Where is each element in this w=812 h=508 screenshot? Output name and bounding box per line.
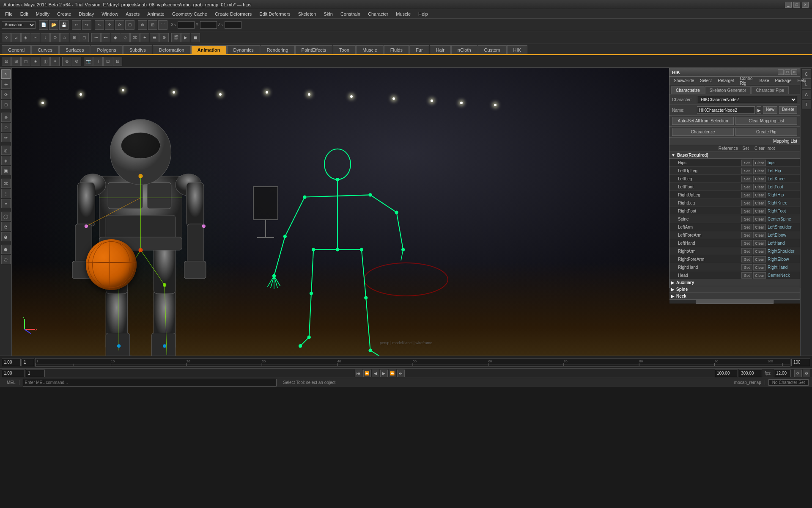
cam-persp[interactable]: 📷 (84, 57, 93, 66)
bone-set-spine[interactable]: Set (741, 216, 752, 222)
anim-8[interactable]: ⚙ (159, 33, 169, 42)
cluster[interactable]: ▣ (1, 166, 11, 175)
move-icon[interactable]: ✛ (105, 20, 114, 30)
bone-clear-rightforearm[interactable]: Clear (753, 256, 766, 262)
command-line-input[interactable] (23, 379, 277, 387)
show-manip[interactable]: ⊕ (1, 113, 11, 122)
tool-3[interactable]: ◈ (21, 33, 30, 42)
menu-edit[interactable]: Edit (17, 11, 32, 17)
menu-help[interactable]: Help (415, 11, 431, 17)
render-3[interactable]: ◼ (191, 33, 200, 42)
current-frame-input[interactable] (22, 359, 34, 366)
go-to-end-button[interactable]: ⏭ (397, 370, 405, 377)
bone-clear-rightupleg[interactable]: Clear (753, 192, 766, 198)
tab-polygons[interactable]: Polygons (91, 45, 122, 54)
bone-clear-righthand[interactable]: Clear (753, 264, 766, 271)
tab-rendering[interactable]: Rendering (261, 45, 295, 54)
snap-point-icon[interactable]: ⊕ (138, 20, 147, 30)
tool-7[interactable]: ⌂ (60, 33, 69, 42)
sculpt[interactable]: ◈ (1, 156, 11, 165)
bone-set-leftleg[interactable]: Set (741, 176, 752, 182)
bone-set-leftfoot[interactable]: Set (741, 184, 752, 190)
minimize-button[interactable]: _ (785, 2, 792, 8)
redo-icon[interactable]: ↪ (82, 20, 91, 30)
timeline-end-input[interactable] (791, 359, 810, 366)
hik-menu-help[interactable]: Help (795, 77, 809, 84)
hik-create-rig-button[interactable]: Create Rig (735, 128, 797, 136)
hik-tab-characterize[interactable]: Characterize (671, 86, 705, 94)
anim-1[interactable]: ⊸ (91, 33, 101, 42)
bone-clear-leftupleg[interactable]: Clear (753, 168, 766, 174)
soft-mod[interactable]: ◎ (1, 146, 11, 155)
hik-name-input[interactable] (697, 106, 755, 114)
bone-set-head[interactable]: Set (741, 272, 752, 279)
joint-tool[interactable]: ⋮ (1, 189, 11, 198)
bone-set-rightupleg[interactable]: Set (741, 192, 752, 198)
anim-6[interactable]: ✦ (140, 33, 149, 42)
hik-tab-char-pipe[interactable]: Character Pipe (751, 86, 789, 94)
menu-character[interactable]: Character (365, 11, 392, 17)
rotate-icon[interactable]: ⟳ (115, 20, 124, 30)
hik-menu-controlrig[interactable]: Control Rig (738, 75, 756, 86)
tab-dynamics[interactable]: Dynamics (227, 45, 260, 54)
rotate-tool[interactable]: ⟳ (1, 90, 11, 99)
anim-4[interactable]: ◇ (121, 33, 130, 42)
bone-set-leftforearm[interactable]: Set (741, 232, 752, 238)
hik-scrollbar-thumb-h[interactable] (696, 300, 774, 304)
menu-modify[interactable]: Modify (33, 11, 53, 17)
y-input[interactable] (200, 21, 217, 29)
tab-animation[interactable]: Animation (191, 45, 227, 54)
menu-animate[interactable]: Animate (144, 11, 167, 17)
select-icon[interactable]: ↖ (95, 20, 104, 30)
frame-display[interactable] (26, 370, 45, 377)
view-panels[interactable]: ⊞ (11, 57, 21, 66)
fps-input[interactable] (774, 370, 791, 377)
tool-8[interactable]: ⊞ (70, 33, 79, 42)
bone-clear-rightarm[interactable]: Clear (753, 248, 766, 254)
menu-createdef[interactable]: Create Deformers (211, 11, 255, 17)
section-base-required[interactable]: ▼ Base(Required) (669, 152, 800, 159)
close-button[interactable]: ✕ (802, 2, 809, 8)
menu-file[interactable]: File (2, 11, 16, 17)
hik-menu-showhide[interactable]: Show/Hide (671, 77, 697, 84)
tab-subdivs[interactable]: Subdivs (123, 45, 152, 54)
section-neck[interactable]: ▶ Neck (669, 293, 800, 299)
bone-clear-leftfoot[interactable]: Clear (753, 184, 766, 190)
hik-close[interactable]: ✕ (791, 69, 797, 75)
view-tex[interactable]: ◫ (41, 57, 50, 66)
scale-icon[interactable]: ⊡ (125, 20, 134, 30)
cam-top[interactable]: ⊤ (93, 57, 103, 66)
hik-maximize[interactable]: □ (785, 69, 790, 75)
menu-muscle[interactable]: Muscle (392, 11, 414, 17)
hik-delete-button[interactable]: Delete (779, 106, 797, 114)
bone-set-rightarm[interactable]: Set (741, 248, 752, 254)
attr-editor-toggle[interactable]: A (802, 90, 811, 99)
bone-set-rightfoot[interactable]: Set (741, 208, 752, 214)
menu-assets[interactable]: Assets (122, 11, 143, 17)
mode-dropdown[interactable]: Animation (2, 21, 36, 29)
view-wire[interactable]: ◻ (21, 57, 30, 66)
tab-toon[interactable]: Toon (333, 45, 356, 54)
hik-auto-set-button[interactable]: Auto-Set All from Selection (672, 117, 734, 125)
view-smooth[interactable]: ◈ (31, 57, 40, 66)
save-icon[interactable]: 💾 (59, 20, 69, 30)
tool-2[interactable]: ⊿ (11, 33, 21, 42)
bone-clear-leftarm[interactable]: Clear (753, 224, 766, 230)
playback-options[interactable]: ⚙ (803, 370, 810, 377)
create-ik[interactable]: ⌘ (1, 179, 11, 188)
tool-settings-toggle[interactable]: T (802, 100, 811, 109)
menu-display[interactable]: Display (75, 11, 97, 17)
anim-3[interactable]: ◆ (111, 33, 120, 42)
tab-deformation[interactable]: Deformation (153, 45, 191, 54)
bone-set-lefthand[interactable]: Set (741, 240, 752, 246)
bone-set-rightforearm[interactable]: Set (741, 256, 752, 262)
z-input[interactable] (225, 21, 241, 29)
render-1[interactable]: 🎬 (171, 33, 181, 42)
skin-tool[interactable]: ✦ (1, 199, 11, 208)
move-tool[interactable]: ✛ (1, 80, 11, 89)
hik-sections[interactable]: ▼ Base(Required) Hips Set Clear hips Lef… (669, 152, 800, 299)
menu-editdef[interactable]: Edit Deformers (256, 11, 294, 17)
paint-tool[interactable]: ✏ (1, 133, 11, 142)
tab-hik[interactable]: HIK (507, 45, 527, 54)
menu-window[interactable]: Window (98, 11, 121, 17)
